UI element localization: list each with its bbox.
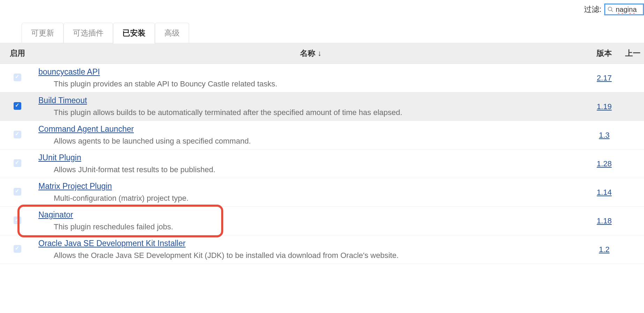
version-link[interactable]: 1.19	[597, 102, 612, 111]
name-cell: Oracle Java SE Development Kit Installer…	[35, 235, 587, 264]
enable-cell	[0, 207, 35, 235]
plugin-name-link[interactable]: Matrix Project Plugin	[38, 182, 112, 191]
version-cell: 1.3	[587, 121, 622, 150]
plugin-name-link[interactable]: Command Agent Launcher	[38, 124, 134, 133]
last-cell	[622, 178, 644, 207]
last-cell	[622, 207, 644, 235]
col-version[interactable]: 版本	[587, 43, 622, 64]
version-cell: 1.28	[587, 150, 622, 178]
tab-updates[interactable]: 可更新	[22, 23, 63, 44]
enable-checkbox[interactable]	[14, 159, 21, 167]
plugin-description: Allows JUnit-format test results to be p…	[54, 165, 583, 174]
plugin-description: This plugin reschedules failed jobs.	[54, 222, 583, 231]
enable-cell	[0, 150, 35, 178]
enable-cell	[0, 235, 35, 264]
last-cell	[622, 92, 644, 121]
plugin-name-link[interactable]: Build Timeout	[38, 96, 87, 105]
plugin-name-link[interactable]: bouncycastle API	[38, 67, 100, 76]
version-link[interactable]: 1.28	[597, 159, 612, 168]
version-link[interactable]: 2.17	[597, 74, 612, 82]
plugin-name-link[interactable]: Naginator	[38, 210, 73, 219]
enable-cell	[0, 92, 35, 121]
version-link[interactable]: 1.2	[599, 245, 610, 254]
table-row: bouncycastle APIThis plugin provides an …	[0, 64, 644, 92]
table-row: JUnit PluginAllows JUnit-format test res…	[0, 150, 644, 178]
plugin-description: This plugin provides an stable API to Bo…	[54, 79, 583, 89]
name-cell: JUnit PluginAllows JUnit-format test res…	[35, 150, 587, 178]
filter-label: 过滤:	[584, 4, 601, 15]
last-cell	[622, 150, 644, 178]
svg-point-0	[608, 7, 612, 11]
version-link[interactable]: 1.18	[597, 216, 612, 225]
tabs: 可更新 可选插件 已安装 高级	[22, 22, 644, 43]
plugin-description: Allows agents to be launched using a spe…	[54, 137, 583, 146]
search-icon	[607, 6, 614, 13]
enable-cell	[0, 178, 35, 207]
enable-checkbox[interactable]	[14, 131, 21, 138]
table-row: Matrix Project PluginMulti-configuration…	[0, 178, 644, 207]
enable-checkbox[interactable]	[14, 245, 21, 253]
name-cell: NaginatorThis plugin reschedules failed …	[35, 207, 587, 235]
svg-line-1	[611, 10, 613, 12]
tab-installed[interactable]: 已安装	[113, 23, 155, 44]
name-cell: Matrix Project PluginMulti-configuration…	[35, 178, 587, 207]
name-cell: Command Agent LauncherAllows agents to b…	[35, 121, 587, 150]
last-cell	[622, 235, 644, 264]
plugin-manager: 过滤: 可更新 可选插件 已安装 高级 启用 名称 ↓ 版本 上一 bou	[0, 0, 644, 264]
enable-cell	[0, 121, 35, 150]
col-last[interactable]: 上一	[622, 43, 644, 64]
last-cell	[622, 121, 644, 150]
plugin-name-link[interactable]: JUnit Plugin	[38, 153, 81, 162]
plugin-name-link[interactable]: Oracle Java SE Development Kit Installer	[38, 239, 186, 248]
version-link[interactable]: 1.14	[597, 188, 612, 197]
version-cell: 1.14	[587, 178, 622, 207]
plugin-table: 启用 名称 ↓ 版本 上一 bouncycastle APIThis plugi…	[0, 43, 644, 264]
enable-checkbox[interactable]	[14, 74, 21, 81]
plugin-description: Allows the Oracle Java SE Development Ki…	[54, 251, 583, 260]
table-row: Command Agent LauncherAllows agents to b…	[0, 121, 644, 150]
tab-available[interactable]: 可选插件	[63, 23, 113, 44]
col-name[interactable]: 名称 ↓	[35, 43, 587, 64]
table-row: NaginatorThis plugin reschedules failed …	[0, 207, 644, 235]
enable-cell	[0, 64, 35, 92]
version-cell: 2.17	[587, 64, 622, 92]
last-cell	[622, 64, 644, 92]
tab-advanced[interactable]: 高级	[155, 23, 189, 44]
col-enable[interactable]: 启用	[0, 43, 35, 64]
filter-input-wrap[interactable]	[604, 3, 644, 15]
plugin-description: Multi-configuration (matrix) project typ…	[54, 194, 583, 203]
name-cell: bouncycastle APIThis plugin provides an …	[35, 64, 587, 92]
table-header-row: 启用 名称 ↓ 版本 上一	[0, 43, 644, 64]
filter-input[interactable]	[616, 6, 641, 14]
filter-row: 过滤:	[0, 0, 644, 22]
name-cell: Build TimeoutThis plugin allows builds t…	[35, 92, 587, 121]
version-cell: 1.19	[587, 92, 622, 121]
plugin-description: This plugin allows builds to be automati…	[54, 108, 583, 117]
version-cell: 1.18	[587, 207, 622, 235]
enable-checkbox[interactable]	[14, 102, 21, 110]
enable-checkbox[interactable]	[14, 216, 21, 224]
enable-checkbox[interactable]	[14, 188, 21, 196]
table-row: Oracle Java SE Development Kit Installer…	[0, 235, 644, 264]
table-row: Build TimeoutThis plugin allows builds t…	[0, 92, 644, 121]
version-cell: 1.2	[587, 235, 622, 264]
version-link[interactable]: 1.3	[599, 131, 610, 139]
